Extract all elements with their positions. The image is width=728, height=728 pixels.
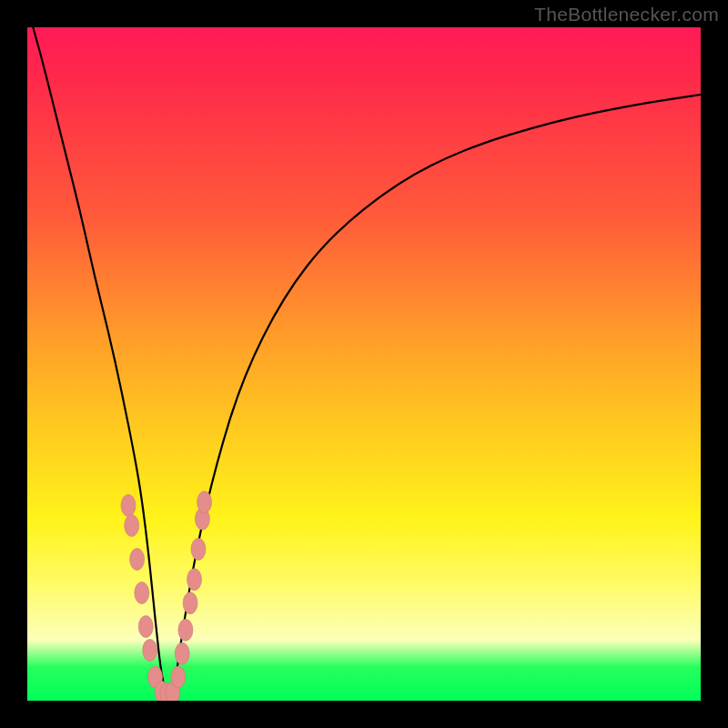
curve-marker	[178, 619, 193, 641]
curve-marker	[187, 569, 202, 591]
bottleneck-curve-line	[27, 27, 701, 693]
curve-marker	[183, 592, 197, 614]
chart-svg	[27, 27, 701, 701]
curve-marker	[135, 582, 149, 604]
curve-marker	[130, 549, 145, 571]
curve-marker	[191, 539, 206, 561]
curve-marker	[143, 640, 157, 662]
chart-frame: TheBottlenecker.com	[0, 0, 728, 728]
curve-marker	[138, 616, 153, 638]
curve-markers	[121, 491, 212, 701]
watermark-text: TheBottlenecker.com	[534, 4, 719, 25]
plot-area	[27, 27, 701, 701]
curve-marker	[121, 494, 136, 516]
curve-marker	[171, 666, 186, 688]
curve-marker	[125, 515, 139, 537]
curve-marker	[197, 491, 212, 513]
curve-marker	[175, 642, 189, 664]
